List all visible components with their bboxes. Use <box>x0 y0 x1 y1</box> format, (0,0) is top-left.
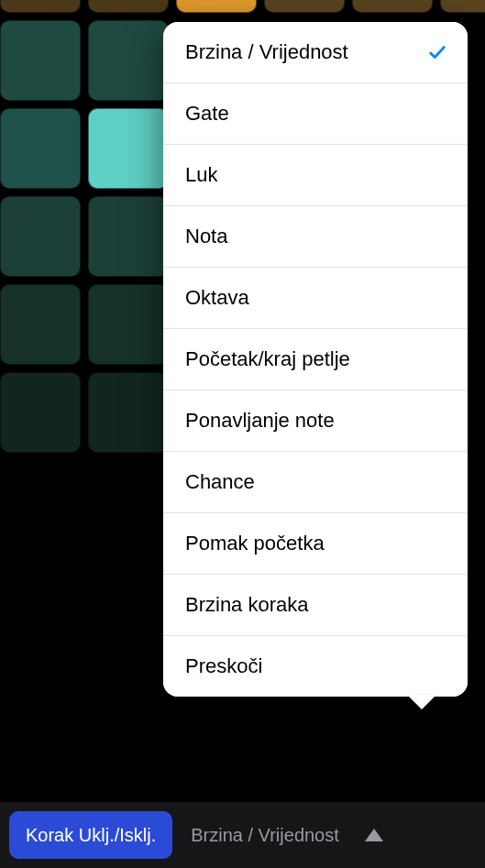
menu-item-skip[interactable]: Preskoči <box>163 636 468 697</box>
menu-item-start-offset[interactable]: Pomak početka <box>163 513 468 575</box>
menu-item-note-repeat[interactable]: Ponavljanje note <box>163 390 468 452</box>
current-mode-label: Brzina / Vrijednost <box>191 825 339 846</box>
menu-item-label: Brzina koraka <box>185 593 309 617</box>
step-pad-active[interactable] <box>88 108 169 189</box>
menu-item-label: Oktava <box>185 286 249 310</box>
step-pad[interactable] <box>88 20 169 101</box>
step-pad[interactable] <box>88 372 169 453</box>
step-pad[interactable] <box>0 284 81 365</box>
step-pad[interactable] <box>264 0 345 13</box>
menu-item-loop-start-end[interactable]: Početak/kraj petlje <box>163 329 468 390</box>
menu-item-label: Nota <box>185 225 227 248</box>
step-toggle-label: Korak Uklj./Isklj. <box>26 825 156 846</box>
step-pad[interactable] <box>0 372 81 453</box>
edit-mode-popover: Brzina / Vrijednost Gate Luk Nota Oktava… <box>163 22 468 697</box>
menu-item-label: Chance <box>185 470 255 494</box>
step-pad[interactable] <box>352 0 433 13</box>
bottom-toolbar: Korak Uklj./Isklj. Brzina / Vrijednost <box>0 802 485 868</box>
step-pad[interactable] <box>440 0 485 13</box>
step-pad[interactable] <box>0 0 81 13</box>
menu-item-step-rate[interactable]: Brzina koraka <box>163 575 468 636</box>
step-pad-active[interactable] <box>176 0 257 13</box>
chevron-up-icon <box>365 829 383 841</box>
menu-item-label: Pomak početka <box>185 532 325 555</box>
menu-item-label: Ponavljanje note <box>185 409 335 433</box>
step-pad[interactable] <box>0 196 81 277</box>
menu-item-note[interactable]: Nota <box>163 206 468 268</box>
expand-menu-button[interactable] <box>365 811 476 859</box>
menu-item-label: Brzina / Vrijednost <box>185 40 348 64</box>
menu-item-label: Preskoči <box>185 654 262 678</box>
step-toggle-button[interactable]: Korak Uklj./Isklj. <box>9 811 172 859</box>
step-pad[interactable] <box>0 20 81 101</box>
step-pad[interactable] <box>88 0 169 13</box>
current-mode-button[interactable]: Brzina / Vrijednost <box>182 811 356 859</box>
menu-item-tie[interactable]: Luk <box>163 145 468 206</box>
popover-arrow-icon <box>407 695 436 709</box>
menu-item-label: Početak/kraj petlje <box>185 347 350 371</box>
step-pad[interactable] <box>88 284 169 365</box>
menu-item-chance[interactable]: Chance <box>163 452 468 513</box>
check-icon <box>427 42 447 62</box>
menu-item-octave[interactable]: Oktava <box>163 268 468 329</box>
menu-item-velocity-value[interactable]: Brzina / Vrijednost <box>163 22 468 83</box>
step-pad[interactable] <box>88 196 169 277</box>
menu-item-label: Luk <box>185 163 217 187</box>
step-pad[interactable] <box>0 108 81 189</box>
menu-item-label: Gate <box>185 102 229 126</box>
menu-item-gate[interactable]: Gate <box>163 83 468 145</box>
